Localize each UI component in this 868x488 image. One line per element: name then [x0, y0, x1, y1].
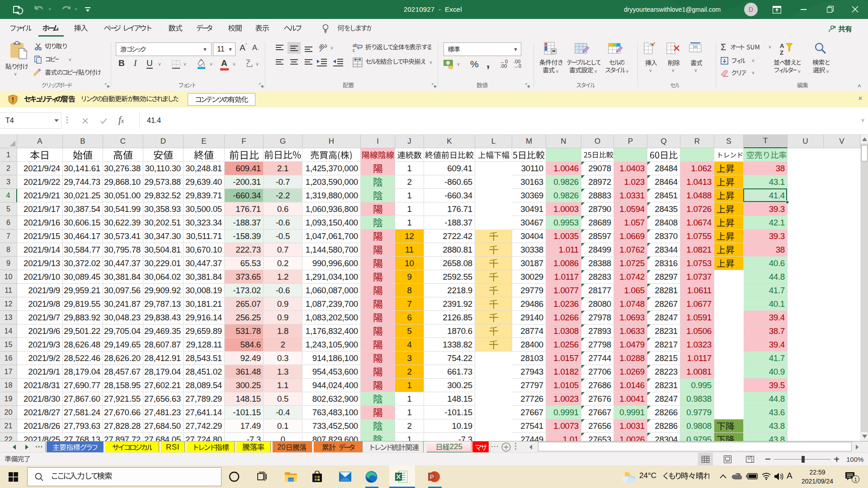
svg-text:Z: Z: [780, 49, 783, 56]
svg-text:ab: ab: [318, 43, 325, 50]
svg-text:c: c: [353, 48, 355, 53]
svg-text:P: P: [430, 474, 434, 480]
svg-text:A: A: [780, 42, 784, 49]
svg-text:ab: ab: [353, 43, 358, 48]
